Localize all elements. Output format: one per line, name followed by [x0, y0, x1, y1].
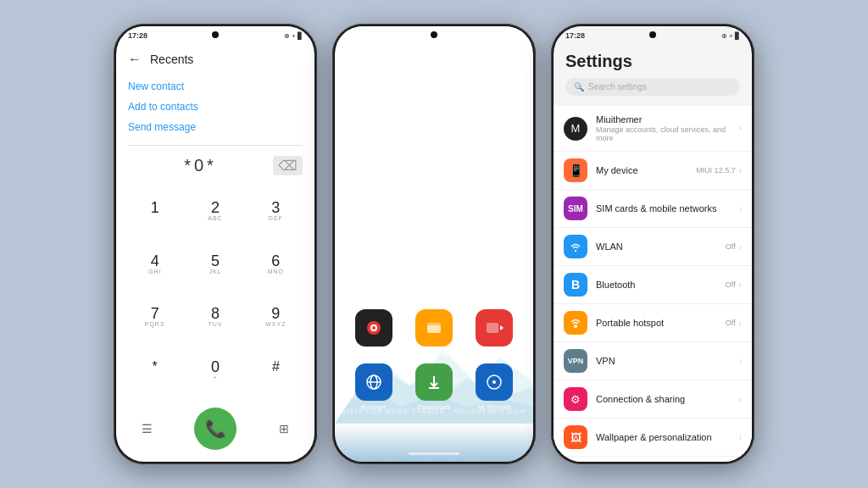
app-filemanager-label: File Manager	[415, 349, 454, 357]
wlan-title: WLAN	[596, 241, 726, 252]
vpn-title: VPN	[596, 356, 739, 366]
dialer-display: *0*	[128, 156, 273, 175]
vpn-right: ›	[739, 357, 742, 366]
settings-item-connection[interactable]: ⚙ Connection & sharing ›	[554, 380, 752, 419]
dialer-header: ← Recents	[116, 43, 314, 72]
back-button[interactable]: ←	[128, 52, 142, 67]
key-6[interactable]: 6MNO	[246, 239, 306, 292]
settings-item-device[interactable]: 📱 My device MIUI 12.5.7 ›	[554, 152, 752, 190]
connection-content: Connection & sharing	[596, 394, 739, 404]
vpn-icon: VPN	[564, 349, 587, 373]
app-recorder[interactable]: Recorder	[347, 309, 400, 357]
bluetooth-title: Bluetooth	[596, 280, 726, 290]
status-icons-3: ⊕ + ▊	[721, 32, 740, 40]
svg-rect-4	[427, 325, 441, 333]
app-miremote[interactable]: Mi Remote	[468, 363, 521, 411]
key-3[interactable]: 3DEF	[246, 186, 306, 239]
device-badge: MIUI 12.5.7	[696, 166, 736, 175]
key-4[interactable]: 4GHI	[125, 239, 185, 292]
app-downloads[interactable]: Downloads	[407, 363, 460, 411]
new-contact-link[interactable]: New contact	[128, 80, 303, 92]
key-7[interactable]: 7PQRS	[125, 291, 185, 345]
device-title: My device	[596, 165, 696, 175]
status-icons-1: ⊕ + ▊	[284, 32, 303, 40]
app-browser[interactable]: Browser	[347, 363, 400, 411]
dialer-links: New contact Add to contacts Send message	[116, 72, 314, 141]
bluetooth-badge: Off	[726, 280, 736, 289]
bluetooth-content: Bluetooth	[596, 280, 726, 290]
hotspot-right: Off ›	[726, 319, 742, 328]
bluetooth-right: Off ›	[726, 280, 742, 290]
settings-search-bar[interactable]: 🔍 Search settings	[565, 78, 740, 96]
app-screenrecorder-label: Screen Recorder	[469, 349, 520, 357]
key-9[interactable]: 9WXYZ	[246, 291, 306, 345]
status-time-3: 17:28	[565, 31, 585, 40]
key-5[interactable]: 5JKL	[185, 239, 245, 292]
settings-list: M Miuithemer Manage accounts, cloud serv…	[554, 106, 752, 462]
app-grid: Recorder File Manager Scre	[335, 309, 533, 411]
svg-rect-5	[487, 323, 498, 333]
sim-icon: SIM	[564, 197, 587, 220]
key-star[interactable]: *	[125, 345, 185, 398]
connection-icon: ⚙	[564, 387, 587, 411]
dialer-title: Recents	[150, 53, 193, 66]
vpn-content: VPN	[596, 356, 739, 366]
app-filemanager[interactable]: File Manager	[407, 309, 460, 357]
camera-notch-2	[431, 31, 437, 38]
settings-header: Settings 🔍 Search settings	[554, 43, 752, 101]
chevron-icon-7: ›	[739, 395, 742, 404]
add-to-contacts-link[interactable]: Add to contacts	[128, 101, 303, 113]
chevron-icon-6: ›	[739, 357, 742, 366]
app-screenrecorder[interactable]: Screen Recorder	[468, 309, 521, 357]
wallpaper-title: Wallpaper & personalization	[596, 432, 739, 442]
backspace-button[interactable]: ⌫	[273, 156, 303, 175]
miuithemer-subtitle: Manage accounts, cloud services, and mor…	[596, 125, 739, 142]
wallpaper-content: Wallpaper & personalization	[596, 432, 739, 442]
home-app-label: Miuithemer	[392, 77, 476, 92]
settings-item-wlan[interactable]: WLAN Off ›	[554, 228, 752, 266]
svg-point-16	[574, 324, 577, 328]
key-0[interactable]: 0+	[185, 345, 245, 398]
hotspot-icon	[564, 311, 587, 335]
phone-settings: 17:28 ⊕ + ▊ Settings 🔍 Search settings M…	[551, 24, 754, 464]
watermark: VISIT FOR MORE THEMES - MIUITHEMER.COM	[342, 408, 526, 415]
phones-container: 17:28 ⊕ + ▊ ← Recents New contact Add to…	[0, 0, 868, 488]
chevron-icon-3: ›	[739, 242, 742, 252]
wallpaper-right: ›	[739, 433, 742, 442]
dialer-divider	[128, 145, 303, 146]
wlan-badge: Off	[726, 242, 736, 251]
dialpad: 1 2ABC 3DEF 4GHI 5JKL 6MNO 7PQRS 8TUV 9W…	[116, 182, 314, 401]
camera-notch-3	[649, 31, 656, 38]
sim-right: ›	[739, 204, 742, 214]
settings-item-sim[interactable]: SIM SIM cards & mobile networks ›	[554, 190, 752, 228]
call-button[interactable]: 📞	[194, 408, 236, 450]
settings-item-bluetooth[interactable]: B Bluetooth Off ›	[554, 266, 752, 304]
hotspot-content: Portable hotspot	[596, 318, 726, 328]
settings-item-hotspot[interactable]: Portable hotspot Off ›	[554, 304, 752, 342]
svg-point-2	[372, 326, 376, 330]
device-icon: 📱	[564, 158, 587, 182]
app-recorder-label: Recorder	[359, 349, 387, 357]
key-2[interactable]: 2ABC	[185, 186, 245, 239]
status-time-2: 17:28	[347, 31, 366, 40]
send-message-link[interactable]: Send message	[128, 121, 303, 133]
key-hash[interactable]: #	[246, 345, 306, 398]
chevron-icon-1: ›	[739, 166, 742, 175]
status-time-1: 17:28	[128, 31, 147, 40]
status-icons-2: ⊕ + ▊	[503, 32, 521, 40]
settings-item-wallpaper[interactable]: 🖼 Wallpaper & personalization ›	[554, 419, 752, 457]
dialer-bottom: ☰ 📞 ⊞	[116, 401, 314, 462]
wlan-content: WLAN	[596, 241, 726, 252]
sim-title: SIM cards & mobile networks	[596, 203, 739, 214]
chevron-icon-8: ›	[739, 433, 742, 442]
dialpad-button[interactable]: ⊞	[270, 415, 298, 442]
phone-home: 17:28 ⊕ + ▊ Miuithemer Re	[332, 24, 536, 464]
settings-item-miuithemer[interactable]: M Miuithemer Manage accounts, cloud serv…	[554, 106, 752, 152]
key-1[interactable]: 1	[125, 186, 185, 239]
device-content: My device	[596, 165, 696, 175]
settings-title: Settings	[565, 52, 740, 71]
chevron-icon-5: ›	[739, 319, 742, 328]
settings-item-vpn[interactable]: VPN VPN ›	[554, 342, 752, 380]
menu-button[interactable]: ☰	[133, 415, 160, 442]
key-8[interactable]: 8TUV	[185, 291, 245, 345]
